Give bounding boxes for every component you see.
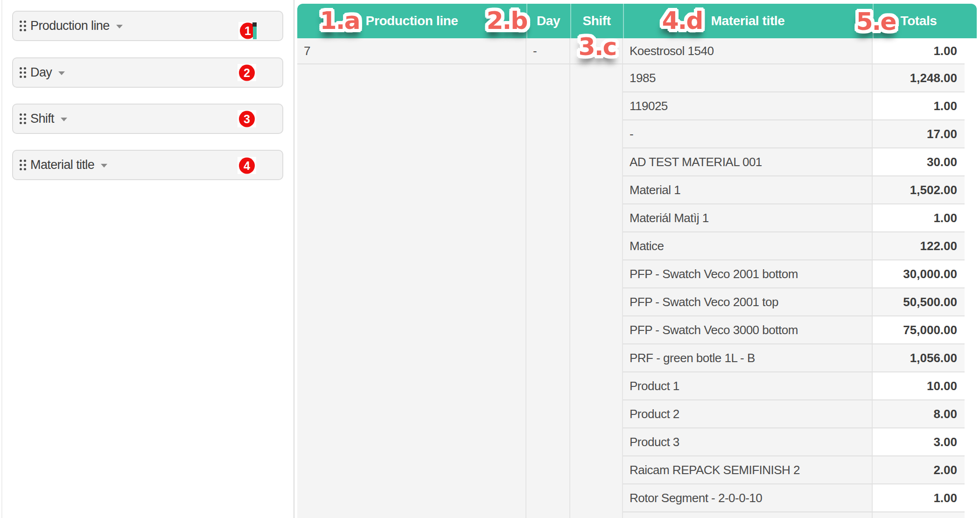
field-chip-label: Material title — [30, 150, 94, 180]
cell-material: Product 1 — [623, 372, 873, 399]
cell-total: 1,056.00 — [873, 344, 965, 371]
table-row: 7 - - Koestrosol 1540 1.00 — [297, 38, 965, 64]
table-row — [623, 512, 965, 518]
cell-total: 50,500.00 — [873, 288, 965, 315]
cell-material: Materiál Matìj 1 — [623, 204, 873, 231]
drag-handle-icon[interactable] — [20, 160, 22, 162]
field-chip-label: Production line — [30, 11, 110, 41]
cell-total: 10.00 — [873, 372, 965, 399]
header-separator — [570, 4, 571, 38]
table-row: Material 1 1,502.00 — [623, 176, 965, 204]
cell-day: - — [526, 38, 570, 63]
tour-badge-patch: 4 — [238, 157, 256, 174]
cell-total: 1.00 — [873, 38, 965, 63]
cell-material: Rotor Segment - 2-0-0-10 — [623, 484, 873, 511]
table-row: Product 3 3.00 — [623, 428, 965, 456]
pivot-table-body: 7 - - Koestrosol 1540 1.00 1985 1,248.00… — [297, 38, 977, 518]
cell-material: 119025 — [623, 92, 873, 119]
chevron-down-icon[interactable] — [58, 71, 65, 75]
field-chip-label: Shift — [30, 104, 54, 134]
material-rows: 1985 1,248.00 119025 1.00 - 17.00 AD TES… — [623, 64, 965, 518]
table-row: PRF - green botle 1L - B 1,056.00 — [623, 344, 965, 372]
cell-total: 122.00 — [873, 232, 965, 259]
cell-material: Matice — [623, 232, 873, 259]
pivot-table: Production line Day Shift Material title… — [297, 4, 977, 518]
chevron-down-icon[interactable] — [116, 25, 123, 28]
table-row: 119025 1.00 — [623, 92, 965, 120]
tour-badge-4: 4 — [239, 157, 255, 174]
table-row: PFP - Swatch Veco 2001 bottom 30,000.00 — [623, 260, 965, 288]
cell-material: PFP - Swatch Veco 2001 bottom — [623, 260, 873, 287]
cell-material: PRF - green botle 1L - B — [623, 344, 873, 371]
cell-total: 8.00 — [873, 400, 965, 427]
cell-material: Koestrosol 1540 — [623, 38, 873, 63]
drag-handle-icon[interactable] — [20, 113, 22, 116]
tour-badge-3: 3 — [239, 111, 255, 127]
tour-badge-patch: 3 — [238, 110, 256, 127]
table-row: Rotor Segment - 2-0-0-10 1.00 — [623, 484, 965, 512]
cell-total: 75,000.00 — [873, 316, 965, 343]
merged-cell-production-line — [297, 64, 526, 518]
cell-total: 1,502.00 — [873, 176, 965, 203]
tour-badge-patch: 2 — [238, 64, 256, 81]
cell-material: PFP - Swatch Veco 3000 bottom — [623, 316, 873, 343]
table-row: AD TEST MATERIAL 001 30.00 — [623, 148, 965, 176]
table-row: Product 2 8.00 — [623, 400, 965, 428]
annotation-sticker-1a: 1.a — [320, 7, 359, 35]
cell-material: 1985 — [623, 64, 873, 91]
cell-total: 1.00 — [873, 204, 965, 231]
cell-total: 3.00 — [873, 428, 965, 455]
annotation-sticker-5e: 5.e — [856, 7, 896, 35]
cell-total: 1.00 — [873, 92, 965, 119]
table-row: Product 1 10.00 — [623, 372, 965, 400]
left-panel-edge — [1, 0, 2, 518]
overlay-artifact-dark — [252, 22, 257, 27]
table-row: 1985 1,248.00 — [623, 64, 965, 92]
column-header-material-title: Material title — [623, 4, 873, 38]
table-row: Materiál Matìj 1 1.00 — [623, 204, 965, 232]
field-chip-label: Day — [30, 57, 52, 88]
drag-handle-icon[interactable] — [20, 67, 22, 70]
drag-handle-icon[interactable] — [20, 21, 22, 23]
cell-material: Product 3 — [623, 428, 873, 455]
cell-total — [873, 512, 965, 518]
table-row: PFP - Swatch Veco 3000 bottom 75,000.00 — [623, 316, 965, 344]
chevron-down-icon[interactable] — [101, 164, 107, 168]
cell-material: AD TEST MATERIAL 001 — [623, 148, 873, 175]
cell-material: Product 2 — [623, 400, 873, 427]
column-header-day: Day — [526, 4, 570, 38]
table-row: - 17.00 — [623, 120, 965, 148]
table-row: Raicam REPACK SEMIFINISH 2 2.00 — [623, 456, 965, 484]
merged-cell-shift — [570, 64, 623, 518]
annotation-sticker-3c: 3.c — [579, 33, 616, 61]
annotation-sticker-4d: 4.d — [662, 7, 702, 35]
cell-total: 1.00 — [873, 484, 965, 511]
merged-cell-day — [526, 64, 570, 518]
cell-total: 30,000.00 — [873, 260, 965, 287]
cell-material: Material 1 — [623, 176, 873, 203]
cell-material: - — [623, 120, 873, 147]
chevron-down-icon[interactable] — [61, 118, 67, 121]
cell-total: 17.00 — [873, 120, 965, 147]
panel-divider — [294, 0, 294, 518]
cell-total: 30.00 — [873, 148, 965, 175]
table-row: PFP - Swatch Veco 2001 top 50,500.00 — [623, 288, 965, 316]
cell-total: 1,248.00 — [873, 64, 965, 91]
pivot-report-screen: Production line Day Shift Material title… — [0, 0, 980, 518]
header-separator — [623, 4, 624, 38]
annotation-sticker-2b: 2.b — [486, 7, 527, 35]
overlay-artifact-teal — [253, 27, 257, 39]
cell-material — [623, 512, 873, 518]
tour-badge-2: 2 — [239, 64, 255, 81]
cell-material: Raicam REPACK SEMIFINISH 2 — [623, 456, 873, 483]
cell-production-line: 7 — [297, 38, 526, 63]
cell-total: 2.00 — [873, 456, 965, 483]
table-row: Matice 122.00 — [623, 232, 965, 260]
cell-material: PFP - Swatch Veco 2001 top — [623, 288, 873, 315]
